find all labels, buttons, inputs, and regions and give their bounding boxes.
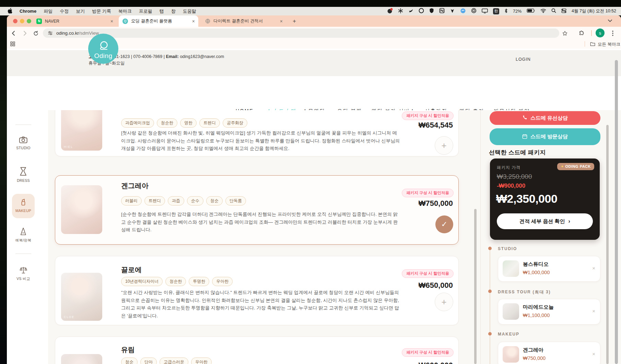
phone-consult-button[interactable]: 스드메 유선상담 (490, 111, 600, 125)
battery-icon[interactable] (527, 9, 535, 14)
close-window-button[interactable] (13, 19, 17, 23)
rail-item-dress[interactable]: DRESS (17, 167, 30, 183)
menubar-app-name[interactable]: Chrome (20, 9, 36, 14)
tab-naver[interactable]: N NAVER × (33, 15, 117, 27)
tab-close-icon[interactable]: × (110, 19, 113, 24)
kebab-menu-icon[interactable] (609, 29, 617, 37)
address-bar[interactable]: oding.co.kr /sdmView (43, 28, 559, 38)
notification-app-icon[interactable] (387, 8, 393, 15)
rail-divider (15, 254, 31, 254)
menu-window[interactable]: 창 (171, 8, 176, 14)
oding-logo[interactable]: Oding (88, 34, 118, 64)
selected-item-dress[interactable]: 마리에드오늘 ₩1,100,000 × (498, 299, 600, 325)
remove-item-icon[interactable]: × (592, 351, 595, 357)
back-icon[interactable] (10, 29, 18, 37)
new-tab-button[interactable]: + (290, 17, 298, 25)
apps-grid-icon[interactable] (10, 42, 15, 47)
asterisk-app-icon[interactable] (398, 8, 403, 14)
forward-icon[interactable] (21, 29, 29, 37)
oding-logo-text: Oding (94, 52, 112, 60)
menu-bookmarks[interactable]: 북마크 (118, 8, 132, 14)
discount-badge: 패키지 구성 시 할인적용 (402, 348, 454, 357)
menu-profiles[interactable]: 프로필 (139, 8, 152, 14)
listing-card-gengrea[interactable]: 겐그레아 러블리 트렌디 과즙 순수 청순 단독룸 [순수한 청순함에 트렌디한… (55, 175, 459, 245)
tab-direct-quote[interactable]: 다이렉트 결혼준비 견적서 × (201, 15, 286, 27)
homepod-app-icon[interactable] (471, 8, 477, 14)
menu-tab[interactable]: 탭 (160, 8, 164, 14)
notion-app-icon[interactable] (439, 8, 445, 14)
input-source-icon[interactable]: 한 (493, 8, 499, 14)
remove-item-icon[interactable]: × (592, 265, 595, 271)
tag: 공주화장 (223, 118, 247, 128)
oding-logo-mark (96, 40, 110, 52)
menu-help[interactable]: 도움말 (183, 8, 196, 14)
reload-icon[interactable] (32, 29, 40, 37)
remove-item-icon[interactable]: × (592, 308, 595, 314)
selected-item-studio[interactable]: 봉스튜디오 ₩1,000,000 × (498, 256, 600, 282)
tab-search-chevron-icon[interactable] (608, 17, 612, 24)
extensions-icon[interactable] (577, 29, 585, 37)
panel-scrollbar[interactable] (606, 125, 609, 364)
wifi-icon[interactable] (540, 9, 546, 14)
rail-item-makeup[interactable]: MAKEUP (15, 198, 31, 213)
quote-detail-button[interactable]: 견적 세부 옵션 확인 › (497, 213, 593, 229)
profile-avatar[interactable]: s (596, 28, 605, 37)
bookmark-star-icon[interactable] (561, 29, 569, 37)
site-info-icon[interactable] (48, 31, 53, 36)
desktop: Chrome 파일 수정 보기 방문 기록 북마크 프로필 탭 창 도움말 한 … (0, 0, 621, 364)
spotlight-search-icon[interactable] (551, 8, 556, 14)
browser-scrollbar[interactable] (615, 60, 618, 364)
selected-check-button[interactable]: ✓ (435, 215, 453, 233)
menu-view[interactable]: 보기 (76, 8, 85, 14)
item-name: 마리에드오늘 (523, 304, 554, 310)
tab-close-icon[interactable]: × (280, 19, 283, 24)
menubar-clock[interactable]: 4월 7일 (화) 오전 10:52 (572, 8, 616, 14)
item-thumbnail (503, 260, 519, 277)
oding-pack-badge: ✦ ODING PACK (557, 163, 594, 170)
rail-label-vs: VS 비교 (16, 277, 30, 281)
item-name: 봉스튜디오 (523, 261, 549, 268)
tag: 우아한 (191, 357, 212, 364)
bird-app-icon[interactable] (408, 8, 413, 14)
listing-card-hiel[interactable]: HIEL 과즙메이크업 청순한 영한 트렌디 공주화장 [첫사랑 같은 청순함에… (55, 110, 459, 156)
listing-card-yurim[interactable]: 유림 청순 단아 고급스러운 우아한 패키지 구성 시 할인적용 ₩600,00… (55, 337, 459, 364)
tab-close-icon[interactable]: × (192, 19, 195, 24)
listing-photo: CLOE (61, 273, 102, 321)
leaf-app-icon[interactable] (450, 8, 455, 14)
all-bookmarks-button[interactable]: 모든 북마크 (590, 42, 620, 47)
add-listing-button[interactable]: + (435, 293, 453, 311)
menu-edit[interactable]: 수정 (60, 8, 69, 14)
package-price-card: 패키지 가격 ✦ ODING PACK ₩3,250,000 -₩900,000… (490, 158, 600, 240)
tag: 러블리 (121, 196, 142, 206)
display-icon[interactable] (482, 8, 488, 14)
listing-photo (61, 354, 102, 364)
add-listing-button[interactable]: + (435, 136, 453, 155)
dress-icon (20, 167, 27, 177)
list-scrollbar[interactable] (474, 209, 477, 364)
apple-menu-icon[interactable] (8, 8, 12, 15)
listing-card-cloe[interactable]: 끌로에 CLOE 10년경력디자이너 청순한 투명한 우아한 "오랜 시간 사랑… (55, 256, 459, 325)
rail-item-studio[interactable]: STUDIO (16, 136, 30, 150)
selected-item-makeup[interactable]: 겐그레아 ₩750,000 × (498, 342, 600, 364)
menu-history[interactable]: 방문 기록 (92, 8, 111, 14)
rail-label-dress: DRESS (17, 178, 30, 183)
cc-app-icon[interactable] (419, 8, 424, 14)
rail-item-vs-compare[interactable]: VS 비교 (16, 266, 30, 281)
bookmarks-separator (585, 41, 585, 47)
minimize-window-button[interactable] (20, 19, 24, 23)
listing-name: 유림 (121, 345, 135, 354)
toolbar-separator (591, 30, 592, 36)
oding-pack-label: ODING PACK (565, 164, 591, 168)
bluetooth-icon[interactable] (504, 8, 508, 14)
login-button[interactable]: LOGIN (516, 57, 531, 62)
control-center-icon[interactable] (561, 9, 566, 14)
panel-divider (480, 110, 481, 364)
menu-file[interactable]: 파일 (44, 8, 52, 14)
tab-oding-active[interactable]: 오딩 결혼준비 플랫폼 × (119, 15, 198, 27)
zoom-window-button[interactable] (27, 19, 31, 23)
shield-app-icon[interactable] (429, 8, 434, 14)
visit-consult-button[interactable]: 스드메 방문상담 (490, 128, 600, 145)
listing-name: 끌로에 (121, 265, 142, 274)
blue-app-icon[interactable] (460, 8, 466, 15)
rail-item-hanbok[interactable]: 예복/한복 (15, 227, 31, 243)
